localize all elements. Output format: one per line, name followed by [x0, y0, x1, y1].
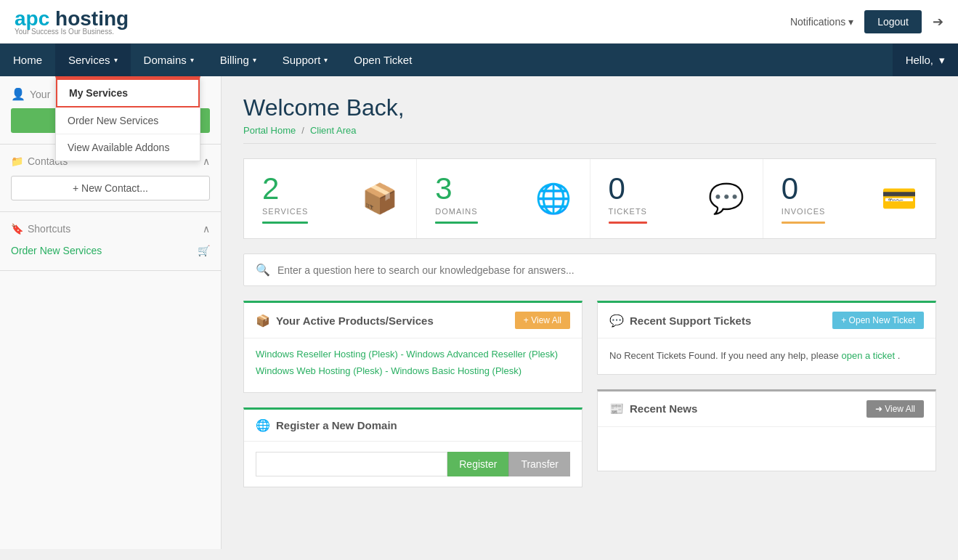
stat-invoices[interactable]: 0 INVOICES 💳	[763, 159, 935, 238]
breadcrumb-portal-home[interactable]: Portal Home	[243, 125, 296, 136]
cart-icon: 🛒	[198, 245, 210, 256]
support-widget: 💬 Recent Support Tickets + Open New Tick…	[597, 301, 936, 375]
services-count: 2	[262, 174, 308, 204]
shortcuts-header: 🔖 Shortcuts ∧	[11, 223, 210, 235]
domains-icon: 🌐	[535, 182, 572, 216]
billing-arrow: ▾	[253, 56, 256, 64]
shortcuts-collapse-icon[interactable]: ∧	[203, 223, 210, 235]
service-link-2[interactable]: Windows Web Hosting (Plesk) - Windows Ba…	[256, 365, 570, 376]
stats-row: 2 SERVICES 📦 3 DOMAINS 🌐 0 TICKETS	[243, 158, 936, 239]
sidebar-shortcuts-section: 🔖 Shortcuts ∧ Order New Services 🛒	[0, 212, 221, 271]
domain-input[interactable]	[256, 452, 447, 476]
domains-count: 3	[435, 174, 477, 204]
logout-button[interactable]: Logout	[864, 10, 922, 33]
search-icon: 🔍	[256, 263, 270, 277]
transfer-button[interactable]: Transfer	[508, 452, 570, 476]
main-content: Welcome Back, Portal Home / Client Area …	[222, 76, 958, 549]
widgets-row: 📦 Your Active Products/Services + View A…	[243, 301, 936, 502]
news-body	[598, 427, 935, 471]
tickets-label: TICKETS	[609, 207, 647, 216]
stat-services[interactable]: 2 SERVICES 📦	[244, 159, 417, 238]
news-widget: 📰 Recent News ➜ View All	[597, 389, 936, 471]
nav-hello: Hello, ▾	[893, 44, 958, 76]
nav-bar: Home Services ▾ My Services Order New Se…	[0, 44, 958, 76]
invoices-underline	[782, 222, 826, 224]
dropdown-order-new-services[interactable]: Order New Services	[56, 107, 200, 134]
support-arrow: ▾	[324, 56, 328, 64]
contacts-collapse-icon[interactable]: ∧	[203, 155, 210, 167]
notifications-arrow: ▾	[848, 16, 853, 28]
search-input[interactable]	[277, 264, 924, 276]
top-bar: apc hosting Your Success Is Our Business…	[0, 0, 958, 44]
open-ticket-link[interactable]: open a ticket	[841, 350, 895, 361]
tickets-icon: 💬	[708, 182, 744, 216]
tickets-count: 0	[609, 174, 647, 204]
services-label: SERVICES	[262, 207, 308, 216]
logo-hosting: hosting	[49, 7, 129, 30]
invoices-icon: 💳	[881, 182, 917, 216]
nav-dropdown-arrow: ▾	[939, 54, 945, 67]
support-header: 💬 Recent Support Tickets + Open New Tick…	[598, 303, 935, 338]
domains-arrow: ▾	[190, 56, 194, 64]
domain-title: Register a New Domain	[276, 419, 397, 431]
no-tickets-text: No Recent Tickets Found. If you need any…	[609, 349, 924, 364]
invoices-count: 0	[782, 174, 826, 204]
logo: apc hosting Your Success Is Our Business…	[15, 7, 129, 36]
left-widgets: 📦 Your Active Products/Services + View A…	[243, 301, 582, 502]
notifications-button[interactable]: Notifications ▾	[790, 16, 853, 28]
products-header: 📦 Your Active Products/Services + View A…	[244, 303, 582, 338]
logo-tagline: Your Success Is Our Business.	[15, 28, 129, 36]
new-contact-button[interactable]: + New Contact...	[11, 176, 210, 200]
news-header: 📰 Recent News ➜ View All	[598, 391, 935, 427]
exit-icon[interactable]: ➔	[933, 14, 943, 30]
stat-tickets[interactable]: 0 TICKETS 💬	[590, 159, 763, 238]
nav-domains[interactable]: Domains ▾	[131, 44, 207, 76]
domain-input-row: Register Transfer	[244, 442, 582, 487]
support-body: No Recent Tickets Found. If you need any…	[598, 338, 935, 374]
invoices-label: INVOICES	[782, 207, 826, 216]
domains-label: DOMAINS	[435, 207, 477, 216]
support-icon: 💬	[609, 314, 624, 328]
top-right-actions: Notifications ▾ Logout ➔	[790, 10, 943, 33]
products-title: Your Active Products/Services	[276, 315, 434, 327]
welcome-title: Welcome Back,	[243, 94, 936, 121]
dropdown-view-addons[interactable]: View Available Addons	[56, 134, 200, 161]
domain-widget: 🌐 Register a New Domain Register Transfe…	[243, 407, 582, 487]
nav-support[interactable]: Support ▾	[269, 44, 341, 76]
notifications-label: Notifications	[790, 16, 845, 28]
nav-open-ticket[interactable]: Open Ticket	[341, 44, 425, 76]
products-body: Windows Reseller Hosting (Plesk) - Windo…	[244, 338, 582, 392]
shortcut-order-label: Order New Services	[11, 245, 102, 256]
nav-home[interactable]: Home	[0, 44, 55, 76]
shortcuts-label: Shortcuts	[28, 223, 70, 235]
nav-services[interactable]: Services ▾ My Services Order New Service…	[55, 44, 131, 76]
services-underline	[262, 222, 308, 224]
support-title: Recent Support Tickets	[630, 315, 751, 327]
tickets-underline	[609, 222, 647, 224]
bookmark-icon: 🔖	[11, 223, 23, 235]
breadcrumb-sep: /	[301, 125, 304, 136]
nav-billing[interactable]: Billing ▾	[207, 44, 269, 76]
logo-apc: apc	[15, 7, 49, 30]
products-view-all-button[interactable]: + View All	[515, 312, 570, 329]
folder-icon: 📁	[11, 155, 23, 167]
dropdown-my-services[interactable]: My Services	[56, 78, 200, 107]
news-title: Recent News	[630, 402, 697, 415]
news-icon: 📰	[609, 402, 624, 415]
breadcrumb: Portal Home / Client Area	[243, 125, 936, 144]
service-link-1[interactable]: Windows Reseller Hosting (Plesk) - Windo…	[256, 349, 570, 360]
breadcrumb-client-area[interactable]: Client Area	[310, 125, 357, 136]
services-dropdown: My Services Order New Services View Avai…	[55, 76, 200, 161]
right-widgets: 💬 Recent Support Tickets + Open New Tick…	[597, 301, 936, 502]
services-arrow: ▾	[114, 56, 118, 64]
news-view-all-button[interactable]: ➜ View All	[866, 400, 924, 418]
domain-header: 🌐 Register a New Domain	[244, 410, 582, 442]
services-icon: 📦	[362, 182, 398, 216]
products-widget: 📦 Your Active Products/Services + View A…	[243, 301, 582, 393]
stat-domains[interactable]: 3 DOMAINS 🌐	[417, 159, 590, 238]
domains-underline	[435, 222, 477, 224]
shortcut-order-new[interactable]: Order New Services 🛒	[11, 242, 210, 259]
products-icon: 📦	[256, 314, 270, 328]
open-new-ticket-button[interactable]: + Open New Ticket	[832, 312, 924, 329]
register-button[interactable]: Register	[447, 452, 508, 476]
